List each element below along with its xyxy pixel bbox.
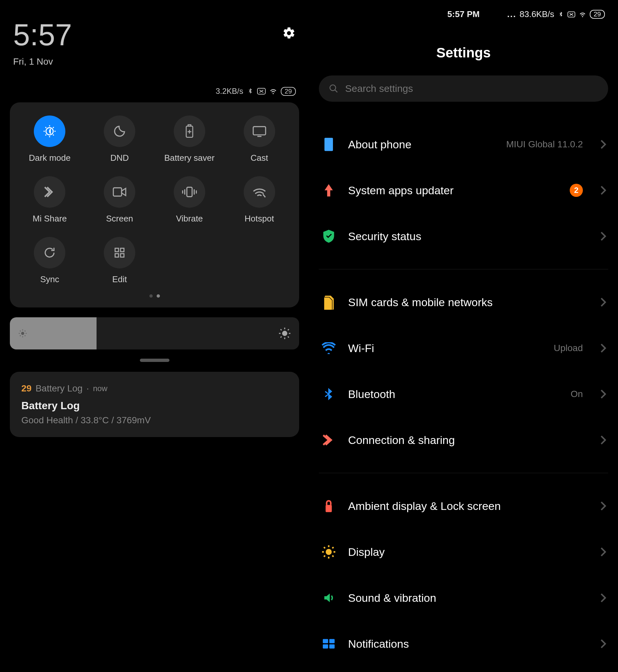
qs-date: Fri, 1 Nov bbox=[13, 56, 72, 67]
svg-line-42 bbox=[281, 337, 282, 338]
qs-tile-screenrec[interactable]: Screen bbox=[86, 176, 153, 224]
chevron-right-icon bbox=[600, 639, 606, 649]
settings-item-updater[interactable]: System apps updater 2 bbox=[319, 167, 608, 213]
svg-point-26 bbox=[21, 332, 24, 335]
svg-line-56 bbox=[324, 555, 325, 557]
settings-item-security[interactable]: Security status bbox=[319, 213, 608, 259]
svg-rect-14 bbox=[253, 127, 266, 135]
qs-tile-vibrate[interactable]: Vibrate bbox=[156, 176, 223, 224]
notif-title: Battery Log bbox=[21, 400, 288, 412]
svg-rect-16 bbox=[113, 188, 121, 196]
sync-icon bbox=[34, 237, 65, 268]
svg-rect-22 bbox=[115, 248, 119, 252]
qs-tile-darkmode[interactable]: Dark mode bbox=[16, 116, 83, 163]
bluetooth-icon bbox=[557, 11, 564, 18]
connshare-icon bbox=[321, 432, 336, 448]
chevron-right-icon bbox=[600, 185, 606, 195]
about-icon bbox=[321, 136, 336, 152]
divider bbox=[319, 473, 608, 473]
chevron-right-icon bbox=[600, 547, 606, 557]
notifications-icon bbox=[321, 636, 336, 652]
search-input[interactable] bbox=[345, 83, 598, 94]
qs-statusbar: 3.2KB/s 29 bbox=[10, 87, 299, 96]
settings-item-wifi[interactable]: Wi-Fi Upload bbox=[319, 325, 608, 371]
darkmode-icon bbox=[34, 116, 65, 147]
svg-line-34 bbox=[25, 331, 25, 331]
notif-time: now bbox=[93, 384, 107, 393]
qs-tile-label: DND bbox=[110, 153, 129, 163]
update-badge: 2 bbox=[570, 184, 583, 197]
item-label: Security status bbox=[348, 230, 589, 243]
bt-icon bbox=[321, 386, 336, 402]
item-trail: MIUI Global 11.0.2 bbox=[506, 139, 583, 150]
qs-tile-dnd[interactable]: DND bbox=[86, 116, 153, 163]
svg-rect-59 bbox=[329, 639, 335, 644]
qs-clock: 5:57 bbox=[13, 20, 72, 50]
svg-point-35 bbox=[282, 331, 287, 336]
qs-tile-label: Sync bbox=[40, 274, 59, 284]
qs-tile-edit[interactable]: Edit bbox=[86, 237, 153, 284]
item-label: SIM cards & mobile networks bbox=[348, 296, 589, 309]
svg-line-33 bbox=[20, 335, 21, 336]
chevron-right-icon bbox=[600, 435, 606, 445]
svg-line-31 bbox=[20, 331, 21, 331]
settings-gear-icon[interactable] bbox=[282, 26, 296, 40]
item-label: Bluetooth bbox=[348, 388, 559, 401]
display-icon bbox=[321, 544, 336, 560]
chevron-right-icon bbox=[600, 139, 606, 149]
svg-line-43 bbox=[288, 329, 289, 330]
drag-handle[interactable] bbox=[140, 359, 170, 362]
settings-item-sim[interactable]: SIM cards & mobile networks bbox=[319, 279, 608, 325]
qs-tile-mishare[interactable]: Mi Share bbox=[16, 176, 83, 224]
qs-tile-batterysaver[interactable]: Battery saver bbox=[156, 116, 223, 163]
screenrec-icon bbox=[104, 176, 135, 208]
qs-tile-cast[interactable]: Cast bbox=[226, 116, 293, 163]
notification-card[interactable]: 29 Battery Log · now Battery Log Good He… bbox=[10, 372, 299, 437]
settings-item-ambient[interactable]: Ambient display & Lock screen bbox=[319, 483, 608, 529]
net-speed: 3.2KB/s bbox=[216, 87, 243, 96]
qs-tile-label: Cast bbox=[250, 153, 268, 163]
sim-icon bbox=[321, 294, 336, 310]
item-label: Ambient display & Lock screen bbox=[348, 500, 589, 513]
qs-tile-label: Vibrate bbox=[176, 214, 203, 224]
settings-item-bt[interactable]: Bluetooth On bbox=[319, 371, 608, 417]
updater-icon bbox=[321, 182, 336, 198]
settings-item-notifications[interactable]: Notifications bbox=[319, 621, 608, 667]
svg-rect-17 bbox=[187, 187, 192, 197]
wifi-icon bbox=[321, 340, 336, 356]
search-bar[interactable] bbox=[319, 76, 608, 102]
settings-item-connshare[interactable]: Connection & sharing bbox=[319, 417, 608, 463]
statusbar-dots: ... bbox=[507, 9, 517, 19]
ambient-icon bbox=[321, 498, 336, 514]
settings-item-sound[interactable]: Sound & vibration bbox=[319, 575, 608, 621]
silent-icon bbox=[568, 11, 575, 17]
notification-shade: 5:57 Fri, 1 Nov 3.2KB/s 29 Dark mode DND… bbox=[0, 0, 309, 672]
hotspot-icon bbox=[244, 176, 275, 208]
wifi-icon bbox=[579, 11, 587, 18]
statusbar: 5:57 PM ... 83.6KB/s 29 bbox=[319, 7, 608, 22]
qs-tile-sync[interactable]: Sync bbox=[16, 237, 83, 284]
brightness-slider[interactable] bbox=[10, 317, 299, 350]
settings-item-display[interactable]: Display bbox=[319, 529, 608, 575]
security-icon bbox=[321, 228, 336, 244]
brightness-high-icon bbox=[279, 327, 291, 340]
statusbar-time: 5:57 PM bbox=[447, 9, 480, 19]
qs-tile-hotspot[interactable]: Hotspot bbox=[226, 176, 293, 224]
svg-line-46 bbox=[335, 90, 337, 93]
item-label: About phone bbox=[348, 138, 495, 151]
item-label: Display bbox=[348, 546, 589, 558]
chevron-right-icon bbox=[600, 593, 606, 603]
brightness-low-icon bbox=[18, 329, 27, 338]
notif-icon-number: 29 bbox=[21, 383, 31, 394]
svg-rect-24 bbox=[115, 254, 119, 257]
svg-line-40 bbox=[281, 329, 282, 330]
svg-line-57 bbox=[332, 547, 334, 548]
svg-rect-60 bbox=[323, 645, 328, 649]
cast-icon bbox=[244, 116, 275, 147]
notif-app-name: Battery Log bbox=[35, 383, 82, 394]
svg-rect-11 bbox=[188, 125, 191, 126]
settings-item-about[interactable]: About phone MIUI Global 11.0.2 bbox=[319, 121, 608, 167]
mishare-icon bbox=[34, 176, 65, 208]
svg-rect-48 bbox=[326, 505, 332, 512]
svg-rect-23 bbox=[120, 248, 124, 252]
